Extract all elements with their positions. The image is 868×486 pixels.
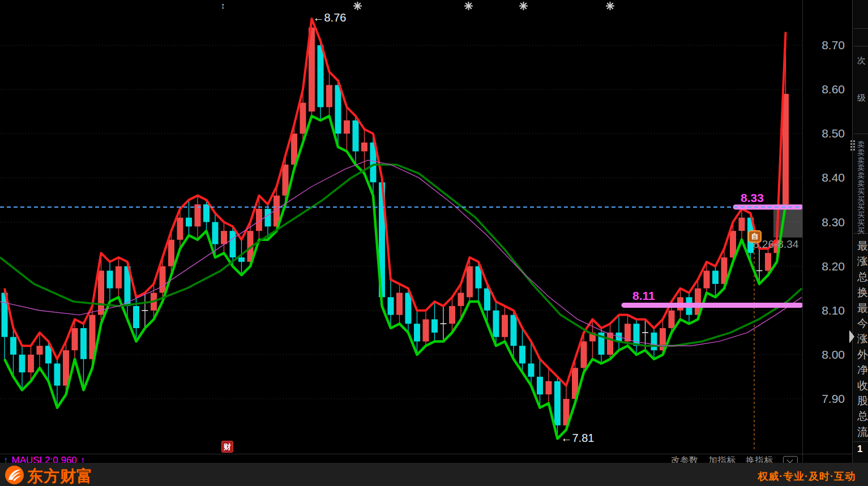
chevron-down-icon — [786, 457, 793, 463]
financial-report-badge[interactable]: 财 — [221, 441, 233, 453]
panel-clipped-label: 总 — [857, 270, 868, 285]
eastmoney-logo-icon — [5, 465, 24, 485]
panel-clipped-label: 买 — [857, 226, 865, 236]
panel-clipped-number: 1 — [857, 444, 862, 455]
low-price-annotation: ←7.81 — [561, 432, 595, 445]
candlestick-canvas — [0, 0, 803, 459]
level-line-label-833: 8.33 — [741, 191, 764, 205]
y-axis-label: 8.20 — [822, 260, 845, 273]
quote-panel-sliver: 次级卖卖卖卖卖卖买买买买买买最涨总换最今涨外净收股总流 1 — [852, 0, 868, 463]
panel-clipped-label: 今 — [857, 316, 868, 331]
level-line-label-811: 8.11 — [632, 289, 655, 303]
y-axis-label: 8.00 — [822, 348, 845, 362]
ex-dividend-star-icon — [606, 2, 614, 12]
panel-clipped-label: 换 — [857, 285, 868, 300]
ex-dividend-star-icon — [464, 2, 473, 12]
brand-name: 东方财富 — [27, 466, 93, 486]
panel-clipped-label: 外 — [857, 347, 868, 362]
panel-clipped-label: 总 — [857, 409, 868, 424]
updown-arrow-marker-icon: ↕ — [221, 1, 225, 10]
panel-divider — [854, 441, 868, 442]
panel-clipped-label: 流 — [857, 425, 868, 440]
panel-clipped-label: 涨 — [857, 332, 868, 346]
ex-dividend-star-icon — [519, 2, 528, 12]
y-axis-label: 8.30 — [822, 216, 845, 229]
y-axis-label: 8.50 — [822, 127, 845, 140]
panel-collapse-arrow-icon[interactable] — [849, 330, 854, 343]
panel-clipped-label: 收 — [857, 379, 868, 393]
panel-clipped-label: 级 — [857, 93, 866, 104]
pane-divider — [0, 454, 853, 454]
y-axis-label: 8.10 — [822, 304, 845, 317]
y-axis-label: 8.70 — [822, 38, 845, 52]
auto-note-badge[interactable]: 自 — [748, 230, 762, 243]
panel-clipped-label: 最 — [857, 301, 868, 316]
ex-dividend-star-icon — [353, 2, 362, 12]
panel-divider — [854, 134, 868, 134]
app-window: ←8.76 ←7.81 8.33 8.11 8.26-8.34 ↕ 自 财 8.… — [0, 0, 868, 486]
axis-border — [802, 0, 803, 463]
panel-clipped-label: 涨 — [857, 254, 868, 269]
brand-footer — [0, 463, 868, 486]
panel-clipped-label: 次 — [857, 55, 866, 66]
panel-divider — [854, 46, 868, 46]
panel-clipped-label: 股 — [857, 394, 868, 408]
y-axis-label: 8.60 — [822, 83, 845, 96]
panel-clipped-label: 最 — [857, 239, 868, 253]
kline-chart[interactable]: ←8.76 ←7.81 8.33 8.11 8.26-8.34 ↕ 自 财 — [0, 0, 803, 459]
y-axis-label: 8.40 — [822, 171, 845, 184]
y-axis-label: 7.90 — [822, 392, 845, 406]
brand-slogan: 权威·专业·及时·互动 — [758, 470, 856, 483]
price-axis: 8.708.608.508.408.308.208.108.007.90 — [803, 0, 852, 459]
panel-clipped-label: 净 — [857, 363, 868, 377]
high-price-annotation: ←8.76 — [313, 11, 347, 24]
panel-divider — [854, 28, 868, 29]
drag-grip-icon[interactable] — [850, 140, 852, 142]
